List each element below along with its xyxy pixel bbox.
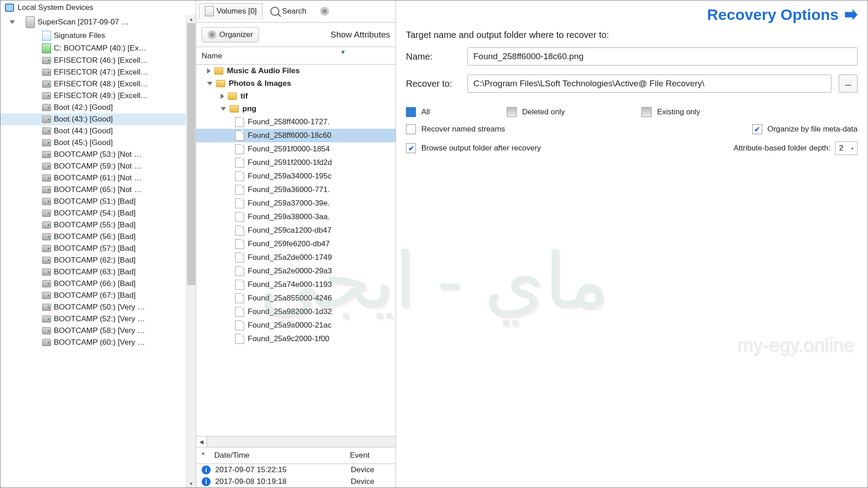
file-item[interactable]: Found_25a9a0000-21ac <box>196 319 396 332</box>
file-item[interactable]: Found_2591f2000-1fd2d <box>196 156 396 169</box>
sidebar-title-text: Local System Devices <box>18 3 93 12</box>
tree-item[interactable]: BOOTCAMP (50:) [Very … <box>0 301 196 313</box>
tab-volumes[interactable]: Volumes [0] <box>199 3 263 19</box>
scroll-thumb[interactable] <box>187 23 195 285</box>
file-item[interactable]: Found_2591f0000-1854 <box>196 142 396 156</box>
filter-existing[interactable]: Existing only <box>642 107 700 117</box>
drive-icon <box>42 280 51 287</box>
tree-item-label: Boot (43:) [Good] <box>54 115 113 124</box>
info-icon: i <box>202 465 211 474</box>
scroll-left-icon[interactable]: ◀ <box>196 436 207 447</box>
tree-item[interactable]: BOOTCAMP (59:) [Not … <box>0 160 196 172</box>
tree-item[interactable]: BOOTCAMP (61:) [Not … <box>0 172 196 184</box>
drive-icon <box>42 233 51 240</box>
list-header[interactable]: Name ▼ <box>196 47 396 65</box>
tree-item[interactable]: Boot (42:) [Good] <box>0 102 196 113</box>
filter-all-label: All <box>421 108 430 117</box>
file-item[interactable]: Found_259a36000-771. <box>196 183 396 197</box>
tree-item[interactable]: EFISECTOR (47:) [Excell… <box>0 66 196 78</box>
tree-item[interactable]: BOOTCAMP (63:) [Bad] <box>0 266 196 278</box>
tree-item-label: BOOTCAMP (56:) [Bad] <box>54 232 136 241</box>
cgreen-icon <box>42 43 51 53</box>
file-item[interactable]: Found_25a2e0000-29a3 <box>196 264 396 278</box>
tree-item[interactable]: EFISECTOR (48:) [Excell… <box>0 78 196 90</box>
file-item[interactable]: Found_259a37000-39e. <box>196 197 396 210</box>
name-input[interactable] <box>467 47 858 66</box>
horizontal-scrollbar[interactable]: ◀ <box>196 436 396 447</box>
tree-item[interactable]: BOOTCAMP (65:) [Not … <box>0 184 196 196</box>
events-head-event[interactable]: Event <box>350 451 369 460</box>
file-item[interactable]: Found_258ff6000-18c60 <box>196 129 396 142</box>
tree-item[interactable]: BOOTCAMP (52:) [Very … <box>0 313 196 325</box>
chk-organize[interactable]: Organize by file meta-data <box>752 124 858 134</box>
tab-search[interactable]: Search <box>264 4 312 19</box>
radio-unselected-icon <box>642 107 651 117</box>
file-item[interactable]: Found_25a855000-4246 <box>196 291 396 305</box>
file-item[interactable]: Found_259a34000-195c <box>196 169 396 183</box>
folder-tif-label: tif <box>241 92 248 101</box>
tree-item[interactable]: BOOTCAMP (66:) [Bad] <box>0 278 196 290</box>
search-icon <box>270 7 279 16</box>
folder-tif[interactable]: tif <box>196 90 396 103</box>
tree-item[interactable]: BOOTCAMP (58:) [Very … <box>0 325 196 337</box>
tree-item[interactable]: BOOTCAMP (60:) [Very … <box>0 337 196 348</box>
file-item[interactable]: Found_259fe6200-db47 <box>196 237 396 251</box>
scroll-down-icon[interactable]: ▼ <box>186 479 196 488</box>
tree-item[interactable]: BOOTCAMP (57:) [Bad] <box>0 243 196 254</box>
folder-png[interactable]: png <box>196 103 396 115</box>
depth-label: Attribute-based folder depth: <box>733 144 830 153</box>
file-item[interactable]: Found_258ff4000-1727. <box>196 115 396 129</box>
tree-item[interactable]: EFISECTOR (46:) [Excell… <box>0 55 196 66</box>
browse-button[interactable]: ... <box>839 75 858 93</box>
tree-item-label: BOOTCAMP (66:) [Bad] <box>54 279 136 288</box>
file-item[interactable]: Found_259a38000-3aa. <box>196 210 396 224</box>
depth-spinner[interactable]: 2 ▾ <box>835 141 858 155</box>
recover-to-input[interactable] <box>467 75 831 93</box>
tree-root[interactable]: SuperScan [2017-09-07 … <box>0 15 196 29</box>
file-item[interactable]: Found_25a2de000-1749 <box>196 251 396 264</box>
tree-item-label: Boot (45:) [Good] <box>54 138 113 147</box>
file-item[interactable]: Found_25a982000-1d32 <box>196 305 396 319</box>
tree-item[interactable]: BOOTCAMP (56:) [Bad] <box>0 231 196 243</box>
scroll-up-icon[interactable]: ▲ <box>186 15 196 23</box>
file-item[interactable]: Found_25a9c2000-1f00 <box>196 332 396 346</box>
tree-item[interactable]: Signature Files <box>0 29 196 42</box>
monitor-icon <box>5 4 14 12</box>
tree-item[interactable]: Boot (44:) [Good] <box>0 125 196 137</box>
chk-browse-output[interactable]: Browse output folder after recovery <box>406 141 541 155</box>
organizer-button[interactable]: Organizer <box>202 27 259 42</box>
event-row[interactable]: i2017-09-07 15:22:15Device <box>196 464 396 476</box>
tree-item[interactable]: Boot (43:) [Good] <box>0 113 196 125</box>
tree-item[interactable]: BOOTCAMP (62:) [Bad] <box>0 254 196 266</box>
tree-item[interactable]: BOOTCAMP (55:) [Bad] <box>0 219 196 231</box>
file-icon <box>235 320 244 330</box>
filter-deleted[interactable]: Deleted only <box>507 107 565 117</box>
events-head-datetime[interactable]: Date/Time <box>214 451 350 460</box>
tree-item[interactable]: EFISECTOR (49:) [Excell… <box>0 90 196 102</box>
file-item[interactable]: Found_259ca1200-db47 <box>196 224 396 237</box>
drive-icon <box>42 151 51 158</box>
tree-item[interactable]: BOOTCAMP (54:) [Bad] <box>0 207 196 219</box>
next-arrow-icon[interactable] <box>845 9 858 20</box>
tree-item[interactable]: C: BOOTCAMP (40:) [Ex… <box>0 42 196 55</box>
hscroll-track[interactable] <box>207 436 396 447</box>
chk-named-streams[interactable]: Recover named streams <box>406 124 505 134</box>
folder-photos[interactable]: Photos & Images <box>196 77 396 90</box>
tree-item[interactable]: Boot (45:) [Good] <box>0 137 196 149</box>
tree-item-label: BOOTCAMP (58:) [Very … <box>54 326 145 335</box>
tree-item[interactable]: BOOTCAMP (51:) [Bad] <box>0 196 196 207</box>
events-head-star[interactable]: * <box>202 451 214 460</box>
file-item[interactable]: Found_25a74e000-1193 <box>196 278 396 291</box>
folder-music[interactable]: Music & Audio Files <box>196 65 396 77</box>
tree-root-label: SuperScan [2017-09-07 … <box>38 18 129 27</box>
event-row[interactable]: i2017-09-08 10:19:18Device <box>196 476 396 488</box>
tree-item[interactable]: BOOTCAMP (67:) [Bad] <box>0 290 196 301</box>
tree-item[interactable]: BOOTCAMP (53:) [Not … <box>0 149 196 160</box>
sidebar-scrollbar[interactable]: ▲ ▼ <box>186 15 196 488</box>
tab-extra[interactable] <box>314 4 335 19</box>
show-attributes-link[interactable]: Show Attributes <box>330 30 390 40</box>
recover-to-label: Recover to: <box>406 79 460 89</box>
file-item-label: Found_25a855000-4246 <box>248 294 332 303</box>
filter-all[interactable]: All <box>406 107 430 117</box>
file-item-label: Found_259a38000-3aa. <box>248 212 330 221</box>
